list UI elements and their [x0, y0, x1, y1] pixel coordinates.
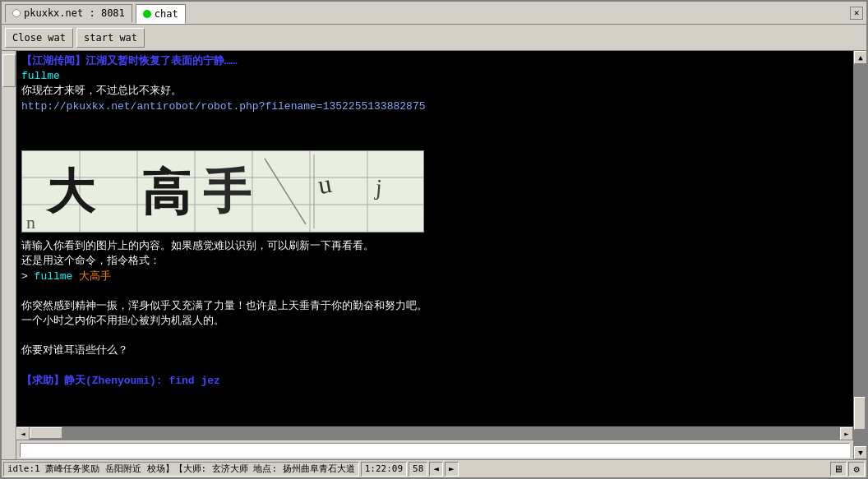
scroll-thumb[interactable] — [854, 397, 866, 430]
chat-blank-2 — [21, 129, 848, 144]
svg-text:高: 高 — [141, 164, 191, 220]
chat-line-6: 还是用这个命令，指令格式： — [21, 254, 848, 269]
svg-text:大: 大 — [45, 165, 96, 219]
chat-line-5: 请输入你看到的图片上的内容。如果感觉难以识别，可以刷新一下再看看。 — [21, 239, 848, 254]
chat-blank-1 — [21, 114, 848, 129]
tab-active[interactable]: chat — [136, 4, 186, 24]
chat-blank-5 — [21, 359, 848, 374]
vertical-scrollbar: ▲ ▼ — [853, 51, 866, 459]
chat-line-7: > fullme 大高手 — [21, 269, 848, 284]
h-scroll-left-button[interactable]: ◄ — [16, 427, 30, 440]
chat-blank-3 — [21, 284, 848, 299]
chat-line-10: 你要对谁耳语些什么？ — [21, 343, 848, 358]
svg-text:n: n — [26, 212, 35, 233]
captcha-svg: 大 高 手 u j n — [22, 150, 423, 233]
status-icon-2: ⚙ — [848, 462, 865, 477]
scroll-up-button[interactable]: ▲ — [854, 51, 866, 64]
close-wat-button[interactable]: Close wat — [5, 28, 73, 48]
chat-text-10: 你要对谁耳语些什么？ — [21, 344, 128, 357]
chat-line-1: 【江湖传闻】江湖又暂时恢复了表面的宁静…… — [21, 54, 848, 69]
status-count: 58 — [409, 462, 427, 477]
h-scroll-thumb[interactable] — [30, 427, 62, 439]
chat-input[interactable] — [20, 443, 850, 458]
status-text: idle:1 萧峰任务奖励 岳阳附近 校场】【大师: 玄济大师 地点: 扬州曲阜… — [7, 463, 355, 475]
chat-cmd-prefix: > — [21, 270, 35, 283]
content-area: 【江湖传闻】江湖又暂时恢复了表面的宁静…… fullme 你现在才来呀，不过总比… — [2, 51, 866, 459]
chat-text-5: 请输入你看到的图片上的内容。如果感觉难以识别，可以刷新一下再看看。 — [21, 240, 374, 252]
chat-cmd-arg: 大高手 — [79, 270, 111, 283]
chat-url: http://pkuxkx.net/antirobot/robot.php?fi… — [21, 100, 425, 113]
chat-fullme: fullme — [21, 70, 60, 82]
svg-text:手: 手 — [203, 165, 252, 219]
chat-text-8: 你突然感到精神一振，浑身似乎又充满了力量！也许是上天垂青于你的勤奋和努力吧。 — [21, 300, 427, 312]
title-bar: pkuxkx.net : 8081 chat ✕ — [2, 2, 866, 25]
status-icons-area: 🖥 ⚙ — [830, 462, 865, 477]
chat-line-8: 你突然感到精神一振，浑身似乎又充满了力量！也许是上天垂青于你的勤奋和努力吧。 — [21, 299, 848, 314]
status-time: 1:22:09 — [361, 462, 407, 477]
scroll-track[interactable] — [854, 64, 866, 446]
status-bar: idle:1 萧峰任务奖励 岳阳附近 校场】【大师: 玄济大师 地点: 扬州曲阜… — [2, 459, 866, 477]
horizontal-scrollbar: ◄ ► — [16, 426, 853, 440]
chat-help-text: 【求助】静天(Zhenyoumi): find jez — [21, 375, 220, 387]
main-window: pkuxkx.net : 8081 chat ✕ Close wat start… — [0, 0, 868, 479]
chat-text-3: 你现在才来呀，不过总比不来好。 — [21, 85, 182, 97]
chat-cmd-name: fullme — [35, 270, 80, 283]
chat-line-3: 你现在才来呀，不过总比不来好。 — [21, 84, 848, 99]
start-wat-button[interactable]: start wat — [76, 28, 145, 48]
toolbar: Close wat start wat — [2, 25, 866, 51]
sidebar-btn-1[interactable] — [2, 54, 16, 87]
tab-inactive-icon — [12, 9, 21, 17]
tab-active-label: chat — [155, 8, 178, 20]
h-scroll-right-button[interactable]: ► — [840, 427, 853, 440]
window-close-button[interactable]: ✕ — [850, 7, 863, 20]
status-icon-1: 🖥 — [830, 462, 847, 477]
status-scroll-right[interactable]: ► — [445, 462, 459, 477]
left-sidebar — [2, 51, 16, 459]
chat-line-11: 【求助】静天(Zhenyoumi): find jez — [21, 374, 848, 389]
chat-blank-4 — [21, 329, 848, 343]
tab-inactive[interactable]: pkuxkx.net : 8081 — [5, 4, 132, 22]
chat-display[interactable]: 【江湖传闻】江湖又暂时恢复了表面的宁静…… fullme 你现在才来呀，不过总比… — [16, 51, 853, 426]
captcha-image: 大 高 手 u j n — [21, 150, 424, 233]
chat-line-4: http://pkuxkx.net/antirobot/robot.php?fi… — [21, 99, 848, 114]
input-area — [16, 440, 853, 459]
scroll-down-button[interactable]: ▼ — [854, 446, 866, 459]
tab-active-indicator — [143, 10, 151, 18]
chat-line-2: fullme — [21, 69, 848, 84]
chat-text-9: 一个小时之内你不用担心被判为机器人的。 — [21, 315, 224, 327]
main-content: 【江湖传闻】江湖又暂时恢复了表面的宁静…… fullme 你现在才来呀，不过总比… — [16, 51, 853, 459]
chat-text-6: 还是用这个命令，指令格式： — [21, 255, 160, 267]
chat-line-9: 一个小时之内你不用担心被判为机器人的。 — [21, 314, 848, 329]
status-idle-text: idle:1 萧峰任务奖励 岳阳附近 校场】【大师: 玄济大师 地点: 扬州曲阜… — [3, 462, 359, 477]
chat-jianghu-label: 【江湖传闻】江湖又暂时恢复了表面的宁静…… — [21, 55, 238, 67]
tab-inactive-label: pkuxkx.net : 8081 — [24, 7, 125, 19]
h-scroll-track[interactable] — [30, 427, 840, 440]
status-scroll-left[interactable]: ◄ — [429, 462, 443, 477]
